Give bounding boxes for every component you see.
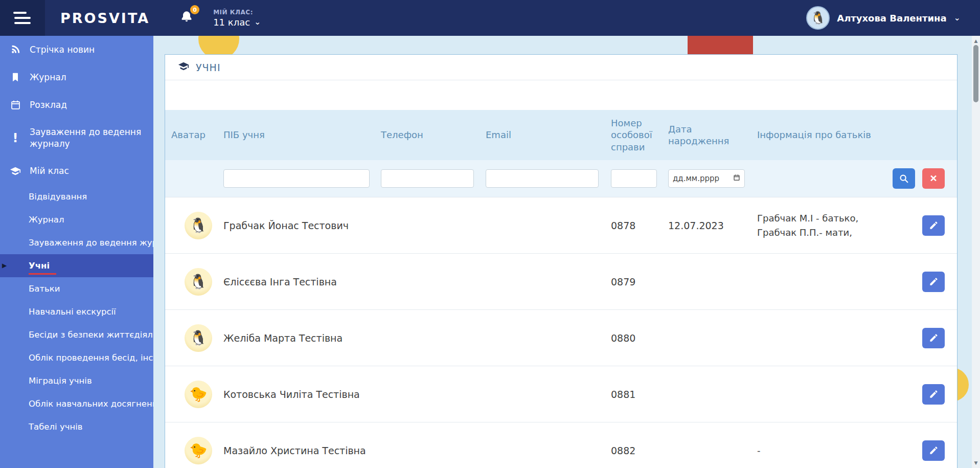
student-name: Грабчак Йонас Тестович — [223, 220, 381, 231]
filter-file-number-input[interactable] — [611, 169, 657, 188]
student-avatar: 🐤 — [185, 381, 212, 408]
calendar-icon — [9, 99, 21, 111]
sidebar-subitem-label: Батьки — [29, 284, 60, 294]
student-birth-date: 12.07.2023 — [668, 220, 757, 231]
class-selector[interactable]: МІЙ КЛАС: 11 клас ⌄ — [213, 9, 261, 28]
sidebar-subitem[interactable]: Зауваження до ведення журналу — [0, 231, 153, 254]
edit-student-button[interactable] — [922, 272, 945, 292]
sidebar-subitem-label: Навчальні екскурсії — [29, 307, 116, 317]
topbar: PROSVITA 0 МІЙ КЛАС: 11 клас ⌄ 🐧 Алтухов… — [0, 0, 980, 36]
student-avatar: 🐧 — [185, 324, 212, 352]
student-parents-info: Грабчак М.І - батько, Грабчак П.П.- мати… — [757, 211, 893, 240]
notification-bell-button[interactable]: 0 — [179, 10, 195, 26]
sidebar-item-my-class[interactable]: Мій клас — [0, 158, 153, 185]
card-spacer — [165, 80, 957, 110]
student-row: 🐤 Котовська Чиліта Тестівна 0881 — [165, 366, 957, 422]
student-file-number: 0882 — [611, 445, 668, 456]
sidebar-item-journal-remarks[interactable]: ! Зауваження до ведення журналу — [0, 119, 153, 158]
sidebar-subitem-label: Журнал — [29, 215, 64, 225]
brand-logo: PROSVITA — [60, 10, 150, 26]
sidebar-subitem-label: Облік навчальних досягнень — [29, 399, 153, 409]
filter-phone-input[interactable] — [381, 169, 474, 188]
class-selector-value: 11 клас — [213, 17, 250, 28]
student-file-number: 0880 — [611, 332, 668, 344]
search-button[interactable] — [893, 168, 915, 189]
exclamation-icon: ! — [9, 132, 21, 144]
sidebar-subitem-label: Учні — [29, 261, 50, 271]
sidebar-subitem-label: Табелі учнів — [29, 422, 83, 432]
student-avatar: 🐤 — [185, 437, 212, 464]
filter-birth-date-input[interactable]: дд.мм.рррр — [668, 169, 745, 188]
student-avatar: 🐧 — [185, 212, 212, 239]
student-avatar: 🐧 — [185, 268, 212, 296]
column-header-email: Email — [486, 129, 611, 141]
sidebar-item-label: Розклад — [30, 99, 67, 111]
scrollbar-thumb[interactable] — [973, 45, 978, 102]
student-row: 🐧 Желіба Марта Тестівна 0880 — [165, 310, 957, 366]
clear-filters-button[interactable]: ✕ — [922, 168, 945, 189]
student-name: Єлісєєва Інга Тестівна — [223, 276, 381, 287]
column-header-file-number: Номер особової справи — [611, 117, 668, 153]
sidebar-subitem[interactable]: Міграція учнів — [0, 369, 153, 392]
filter-name-input[interactable] — [223, 169, 370, 188]
graduation-cap-icon — [9, 165, 21, 177]
sidebar-item-label: Журнал — [30, 72, 66, 83]
sidebar-item-label: Зауваження до ведення журналу — [30, 126, 144, 150]
column-header-parents-info: Інформація про батьків — [757, 129, 893, 141]
sidebar-item-label: Стрічка новин — [30, 44, 95, 56]
students-card: УЧНІ Аватар ПІБ учня Телефон Email Номер… — [165, 54, 958, 468]
sidebar-item-journal[interactable]: Журнал — [0, 63, 153, 91]
sidebar-item-label: Мій клас — [30, 165, 69, 177]
table-filter-row: дд.мм.рррр ✕ — [165, 160, 957, 197]
user-menu[interactable]: 🐧 Алтухова Валентина ⌄ — [806, 6, 980, 30]
student-name: Мазайло Христина Тестівна — [223, 445, 381, 456]
scrollbar-down-arrow[interactable]: ▼ — [974, 459, 978, 468]
student-row: 🐧 Єлісєєва Інга Тестівна 0879 — [165, 254, 957, 310]
student-file-number: 0881 — [611, 389, 668, 400]
date-placeholder: дд.мм.рррр — [673, 174, 719, 183]
sidebar-subitem[interactable]: Відвідування — [0, 185, 153, 208]
sidebar-subitem[interactable]: Облік проведення бесід, інструктажів — [0, 346, 153, 369]
rss-icon — [9, 43, 21, 56]
sidebar-item-schedule[interactable]: Розклад — [0, 91, 153, 119]
column-header-phone: Телефон — [381, 129, 486, 141]
edit-student-button[interactable] — [922, 328, 945, 348]
edit-student-button[interactable] — [922, 384, 945, 405]
student-file-number: 0878 — [611, 220, 668, 231]
sidebar: Стрічка новин Журнал Розклад ! Зауваженн… — [0, 36, 153, 468]
student-name: Желіба Марта Тестівна — [223, 332, 381, 344]
sidebar-subitem[interactable]: Облік навчальних досягнень — [0, 392, 153, 415]
sidebar-subitem[interactable]: Бесіди з безпеки життєдіяльності — [0, 323, 153, 346]
student-row: 🐧 Грабчак Йонас Тестович 0878 12.07.2023… — [165, 197, 957, 254]
sidebar-subitem-label: Відвідування — [29, 192, 87, 202]
scrollbar-up-arrow[interactable]: ▲ — [974, 36, 978, 45]
edit-student-button[interactable] — [922, 440, 945, 461]
sidebar-subitem[interactable]: Журнал — [0, 208, 153, 231]
class-selector-label: МІЙ КЛАС: — [213, 9, 261, 16]
student-name: Котовська Чиліта Тестівна — [223, 389, 381, 400]
sidebar-subitem[interactable]: Батьки — [0, 277, 153, 300]
graduation-cap-icon — [177, 61, 190, 74]
sidebar-subitem[interactable]: Табелі учнів — [0, 415, 153, 438]
sidebar-subitem-label: Бесіди з безпеки життєдіяльності — [29, 330, 153, 340]
edit-student-button[interactable] — [922, 215, 945, 236]
card-header: УЧНІ — [165, 55, 957, 80]
sidebar-item-news-feed[interactable]: Стрічка новин — [0, 36, 153, 63]
notification-badge: 0 — [190, 5, 199, 14]
hamburger-menu-icon[interactable] — [0, 0, 45, 36]
column-header-birth-date: Дата народження — [668, 123, 757, 147]
page-title: УЧНІ — [196, 62, 221, 73]
main-content: УЧНІ Аватар ПІБ учня Телефон Email Номер… — [153, 36, 980, 468]
sidebar-subitem-label: Міграція учнів — [29, 376, 92, 386]
bookmark-icon — [9, 71, 21, 83]
chevron-down-icon: ⌄ — [954, 15, 961, 20]
student-row: 🐤 Мазайло Христина Тестівна 0882 - — [165, 422, 957, 468]
table-header-row: Аватар ПІБ учня Телефон Email Номер особ… — [165, 110, 957, 160]
sidebar-subitem[interactable]: Учні▶ — [0, 254, 153, 277]
sidebar-subitem[interactable]: Навчальні екскурсії — [0, 300, 153, 323]
chevron-down-icon: ⌄ — [254, 19, 261, 25]
calendar-icon — [733, 174, 740, 183]
active-item-marker: ▶ — [2, 262, 7, 269]
vertical-scrollbar[interactable]: ▲ ▼ — [972, 36, 980, 468]
filter-email-input[interactable] — [486, 169, 599, 188]
